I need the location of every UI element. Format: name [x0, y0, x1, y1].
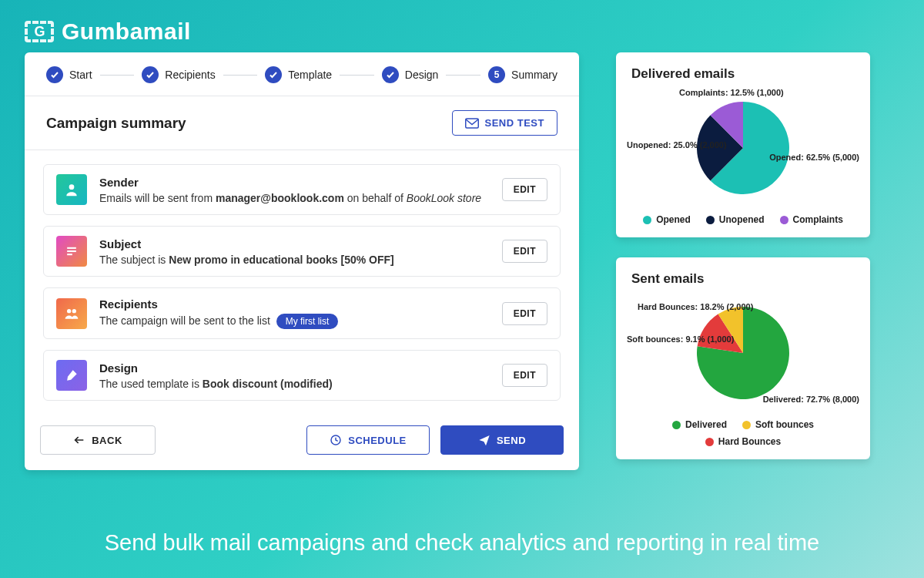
delivered-title: Delivered emails: [631, 66, 855, 82]
swatch-icon: [672, 421, 681, 429]
legend-item: Unopened: [706, 214, 765, 225]
svg-point-1: [69, 184, 75, 190]
legend-item: Soft bounces: [742, 419, 814, 430]
person-icon: [56, 174, 87, 205]
swatch-icon: [706, 216, 715, 224]
design-card: Design The used template is Book discoun…: [43, 350, 561, 401]
subject-card: Subject The subject is New promo in educ…: [43, 226, 561, 277]
campaign-panel: Start Recipients Template: [25, 52, 579, 470]
page-title: Campaign summary: [46, 115, 186, 132]
label-opened: Opened: 62.5% (5,000): [769, 153, 859, 163]
recipient-list-chip[interactable]: My first list: [276, 314, 339, 329]
send-test-button[interactable]: SEND TEST: [452, 110, 557, 136]
sent-emails-card: Sent emails Delivered: 72.7% (8,000) Har…: [616, 257, 870, 459]
svg-rect-0: [465, 119, 478, 128]
check-icon: [382, 66, 399, 83]
footer-buttons: BACK SCHEDULE SEND: [25, 418, 579, 470]
schedule-button[interactable]: SCHEDULE: [306, 425, 430, 455]
sender-text: Emails will be sent from manager@bookloo…: [99, 192, 490, 204]
sent-pie: Delivered: 72.7% (8,000) Hard Bounces: 1…: [631, 291, 855, 415]
send-icon: [478, 434, 490, 446]
subject-text: The subject is New promo in educational …: [99, 254, 490, 266]
step-recipients[interactable]: Recipients: [142, 66, 215, 83]
stepper: Start Recipients Template: [25, 52, 579, 96]
label-hard-bounces: Hard Bounces: 18.2% (2,000): [638, 302, 753, 313]
swatch-icon: [643, 216, 651, 224]
label-complaints: Complaints: 12.5% (1,000): [679, 88, 784, 99]
step-label: Summary: [511, 69, 557, 81]
delivered-emails-card: Delivered emails Opened: 62.5% (5,000) U…: [616, 52, 870, 237]
design-text: The used template is Book discount (modi…: [99, 378, 490, 390]
edit-subject-button[interactable]: EDIT: [502, 240, 547, 263]
label-delivered: Delivered: 72.7% (8,000): [763, 395, 859, 405]
legend-item: Complaints: [780, 214, 843, 225]
label-soft-bounces: Soft bounces: 9.1% (1,000): [627, 334, 734, 345]
recipients-text: The campaign will be sent to the list My…: [99, 314, 490, 329]
swatch-icon: [780, 216, 788, 224]
people-icon: [56, 298, 87, 329]
step-label: Design: [405, 69, 439, 81]
legend-item: Hard Bounces: [705, 436, 781, 447]
back-button[interactable]: BACK: [40, 425, 156, 455]
recipients-title: Recipients: [99, 297, 490, 311]
legend-item: Opened: [643, 214, 691, 225]
step-label: Recipients: [165, 69, 215, 81]
delivered-legend: Opened Unopened Complaints: [631, 214, 855, 225]
step-connector: [100, 75, 135, 76]
svg-point-6: [72, 309, 76, 313]
check-icon: [46, 66, 63, 83]
edit-sender-button[interactable]: EDIT: [502, 178, 547, 201]
step-number-icon: 5: [488, 66, 505, 83]
recipients-card: Recipients The campaign will be sent to …: [43, 287, 561, 339]
swatch-icon: [705, 438, 714, 446]
sender-title: Sender: [99, 176, 490, 189]
text-icon: [56, 236, 87, 267]
svg-point-5: [67, 309, 71, 313]
step-template[interactable]: Template: [265, 66, 332, 83]
clock-icon: [330, 434, 342, 446]
step-label: Template: [288, 69, 332, 81]
design-title: Design: [99, 361, 490, 375]
app-name: Gumbamail: [62, 18, 191, 45]
send-test-label: SEND TEST: [485, 117, 544, 129]
step-design[interactable]: Design: [382, 66, 439, 83]
send-button[interactable]: SEND: [440, 425, 564, 455]
mail-icon: [465, 118, 479, 129]
subject-title: Subject: [99, 237, 490, 250]
edit-design-button[interactable]: EDIT: [502, 364, 547, 387]
check-icon: [142, 66, 159, 83]
logo-icon: G: [25, 21, 54, 42]
step-label: Start: [69, 69, 92, 81]
check-icon: [265, 66, 282, 83]
step-connector: [340, 75, 374, 76]
step-connector: [223, 75, 258, 76]
step-summary[interactable]: 5 Summary: [488, 66, 557, 83]
delivered-pie: Opened: 62.5% (5,000) Unopened: 25.0% (2…: [631, 86, 855, 210]
sent-legend: Delivered Soft bounces Hard Bounces: [631, 419, 855, 447]
brush-icon: [56, 360, 87, 391]
sent-title: Sent emails: [631, 271, 855, 287]
app-logo: G Gumbamail: [0, 0, 924, 52]
step-start[interactable]: Start: [46, 66, 92, 83]
swatch-icon: [742, 421, 751, 429]
sender-card: Sender Emails will be sent from manager@…: [43, 164, 561, 215]
legend-item: Delivered: [672, 419, 727, 430]
label-unopened: Unopened: 25.0% (2,000): [627, 140, 727, 151]
edit-recipients-button[interactable]: EDIT: [502, 302, 547, 325]
tagline: Send bulk mail campaigns and check analy…: [0, 529, 924, 558]
summary-header: Campaign summary SEND TEST: [25, 96, 579, 150]
arrow-left-icon: [73, 434, 85, 446]
step-connector: [446, 75, 480, 76]
